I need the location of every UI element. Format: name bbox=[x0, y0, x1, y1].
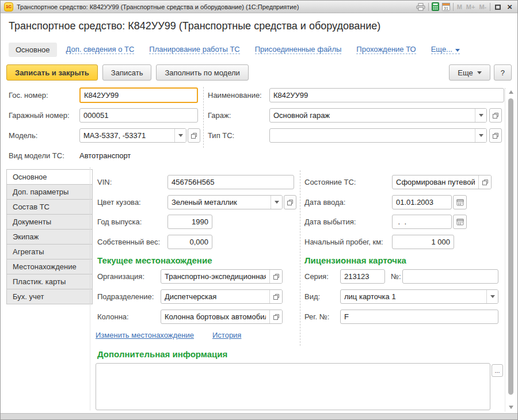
more-button[interactable]: Еще bbox=[449, 64, 490, 81]
kolonna-open-button[interactable] bbox=[269, 310, 282, 323]
data-vvoda-input[interactable] bbox=[393, 196, 451, 209]
location-heading: Текущее местонахождение bbox=[97, 255, 212, 265]
garazhny-nomer-label: Гаражный номер: bbox=[9, 108, 70, 123]
data-vybytiya-input[interactable] bbox=[393, 215, 451, 228]
side-tab-ekipazh[interactable]: Экипаж bbox=[6, 229, 93, 245]
data-vvoda-calendar-button[interactable] bbox=[453, 195, 467, 209]
memory-m-plus-button[interactable]: M+ bbox=[466, 3, 476, 10]
data-vybytiya-label: Дата выбытия: bbox=[304, 215, 356, 229]
gos-nomer-label: Гос. номер: bbox=[9, 88, 48, 102]
garazh-dropdown-button[interactable] bbox=[475, 109, 486, 122]
license-vid-input[interactable] bbox=[341, 290, 486, 303]
history-link[interactable]: История bbox=[212, 331, 241, 339]
tab-planirovanie[interactable]: Планирование работы ТС bbox=[149, 45, 239, 54]
god-vypuska-input[interactable] bbox=[168, 215, 212, 228]
model-combo bbox=[79, 128, 186, 143]
license-vid-combo bbox=[340, 289, 498, 304]
side-tab-mestonakhozhdenie[interactable]: Местонахождение bbox=[6, 259, 93, 274]
tab-prisoedinennye-fayly[interactable]: Присоединенные файлы bbox=[255, 45, 342, 54]
tsvet-kuzova-dropdown-button[interactable] bbox=[271, 196, 282, 209]
sostoyanie-ts-input[interactable] bbox=[393, 175, 478, 189]
extra-info-textarea[interactable] bbox=[96, 363, 490, 410]
chevron-down-icon bbox=[275, 201, 279, 204]
model-input[interactable] bbox=[80, 129, 174, 142]
vertical-scrollbar[interactable] bbox=[508, 88, 515, 411]
save-button[interactable]: Записать bbox=[102, 64, 152, 81]
tip-ts-open-button[interactable] bbox=[489, 128, 502, 143]
vin-input[interactable] bbox=[168, 175, 294, 189]
tab-prokhozhdenie-to[interactable]: Прохождение ТО bbox=[356, 45, 416, 54]
memory-m-button[interactable]: M bbox=[456, 3, 463, 10]
tip-ts-dropdown-button[interactable] bbox=[475, 129, 486, 142]
app-window: 1С Транспортное средство: К842УУ99 (Тран… bbox=[0, 0, 518, 420]
garazh-combo bbox=[269, 108, 487, 123]
sostoyanie-ts-field-wrap bbox=[392, 175, 492, 189]
fill-by-model-button[interactable]: Заполнить по модели bbox=[156, 64, 248, 81]
license-vid-dropdown-button[interactable] bbox=[486, 290, 498, 303]
side-tab-plastik-karty[interactable]: Пластик. карты bbox=[6, 274, 93, 289]
god-vypuska-field-wrap bbox=[167, 215, 212, 229]
tsvet-kuzova-input[interactable] bbox=[168, 196, 271, 209]
garazh-label: Гараж: bbox=[208, 108, 231, 123]
nachalny-probeg-input[interactable] bbox=[393, 235, 454, 249]
calendar-icon[interactable]: 31 bbox=[442, 2, 450, 11]
side-tab-dop-parametry[interactable]: Доп. параметры bbox=[6, 184, 93, 200]
scroll-up-icon[interactable] bbox=[509, 90, 513, 94]
help-button[interactable]: ? bbox=[494, 64, 512, 81]
open-icon bbox=[287, 199, 294, 206]
garazh-open-button[interactable] bbox=[489, 108, 502, 123]
model-dropdown-button[interactable] bbox=[174, 129, 186, 142]
seriya-input[interactable] bbox=[341, 270, 384, 283]
organizatsiya-open-button[interactable] bbox=[269, 270, 282, 283]
side-tab-agregaty[interactable]: Агрегаты bbox=[6, 244, 93, 259]
license-nomer-input[interactable] bbox=[403, 270, 498, 283]
tab-osnovnoe[interactable]: Основное bbox=[9, 43, 57, 57]
sostoyanie-ts-open-button[interactable] bbox=[478, 175, 491, 189]
nachalny-probeg-label: Начальный пробег, км: bbox=[304, 235, 383, 249]
model-open-button[interactable] bbox=[188, 128, 200, 143]
tsvet-kuzova-open-button[interactable] bbox=[284, 195, 296, 209]
scrollbar-thumb[interactable] bbox=[508, 98, 513, 395]
data-vvoda-label: Дата ввода: bbox=[304, 195, 345, 209]
reg-nomer-input[interactable] bbox=[341, 310, 498, 323]
open-icon bbox=[273, 314, 280, 320]
gos-nomer-input[interactable] bbox=[81, 89, 197, 102]
garazh-input[interactable] bbox=[270, 109, 475, 122]
tip-ts-label: Тип ТС: bbox=[208, 128, 234, 143]
side-tab-sostav-ts[interactable]: Состав ТС bbox=[6, 199, 93, 215]
organizatsiya-input[interactable] bbox=[161, 270, 269, 283]
print-icon[interactable] bbox=[416, 3, 425, 11]
podrazdelenie-input[interactable] bbox=[161, 290, 269, 303]
tab-dop-svedeniya[interactable]: Доп. сведения о ТС bbox=[66, 45, 135, 54]
tabs-more-button[interactable]: Еще... bbox=[431, 45, 460, 54]
data-vybytiya-field-wrap bbox=[392, 215, 452, 229]
gos-nomer-field-wrap bbox=[79, 87, 198, 103]
maximize-button[interactable] bbox=[493, 2, 502, 12]
kolonna-input[interactable] bbox=[161, 310, 269, 323]
model-label: Модель: bbox=[9, 128, 37, 143]
titlebar-separator bbox=[490, 3, 490, 11]
side-tab-osnovnoe[interactable]: Основное bbox=[6, 169, 93, 185]
garazhny-nomer-input[interactable] bbox=[80, 109, 197, 122]
close-button[interactable]: × bbox=[505, 2, 514, 12]
sostoyanie-ts-label: Состояние ТС: bbox=[304, 175, 356, 189]
kolonna-field-wrap bbox=[161, 310, 283, 324]
side-tab-dokumenty[interactable]: Документы bbox=[6, 214, 93, 230]
podrazdelenie-open-button[interactable] bbox=[269, 290, 282, 303]
scroll-down-icon[interactable] bbox=[509, 406, 513, 409]
data-vybytiya-calendar-button[interactable] bbox=[453, 215, 467, 229]
side-tab-bukh-uchet[interactable]: Бух. учет bbox=[6, 289, 93, 304]
tip-ts-input[interactable] bbox=[270, 129, 475, 142]
save-and-close-button[interactable]: Записать и закрыть bbox=[6, 64, 98, 81]
open-icon bbox=[482, 179, 489, 186]
license-nomer-field-wrap bbox=[402, 269, 498, 284]
sobstvenny-ves-input[interactable] bbox=[168, 235, 212, 249]
change-location-link[interactable]: Изменить местонахождение bbox=[96, 331, 194, 339]
extra-info-ellipsis-button[interactable]: ... bbox=[492, 364, 503, 377]
seriya-field-wrap bbox=[340, 269, 385, 284]
column-divider bbox=[300, 170, 300, 346]
naimenovanie-input[interactable] bbox=[270, 89, 504, 102]
memory-m-minus-button[interactable]: M- bbox=[478, 3, 487, 10]
tip-ts-combo bbox=[269, 128, 487, 143]
calculator-icon[interactable] bbox=[432, 2, 439, 11]
